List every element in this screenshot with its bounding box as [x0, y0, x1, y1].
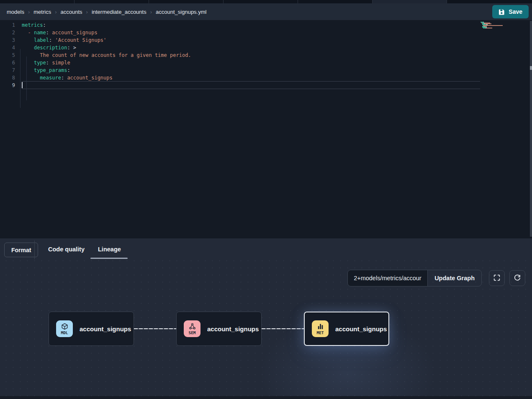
code-text: measure: account_signups [15, 74, 113, 82]
panel-divider [34, 240, 35, 259]
code-text: type: simple [15, 59, 70, 66]
line-number: 7 [0, 66, 15, 74]
met-badge: MET [312, 320, 329, 337]
node-label: account_signups [207, 325, 259, 332]
code-text: description: > [15, 44, 76, 51]
badge-label: SEM [188, 330, 195, 335]
bar-chart-icon [317, 323, 324, 330]
code-text: label: 'Account Signups' [15, 36, 106, 44]
code-line[interactable]: 9 [0, 82, 532, 89]
breadcrumb-separator-icon: › [55, 9, 57, 15]
indent-guide [26, 56, 27, 100]
breadcrumb: models›metrics›accounts›intermediate_acc… [7, 9, 206, 15]
top-tab-segment[interactable] [75, 0, 149, 3]
code-editor[interactable]: 1metrics:2 - name: account_signups3 labe… [0, 20, 532, 238]
code-line[interactable]: 5 The count of new accounts for a given … [0, 51, 532, 59]
network-icon [189, 323, 196, 330]
minimap-line [481, 28, 506, 29]
code-line[interactable]: 6 type: simple [0, 59, 532, 66]
code-line[interactable]: 1metrics: [0, 21, 532, 29]
lineage-edge [134, 328, 177, 329]
lineage-node-met[interactable]: METaccount_signups [304, 312, 389, 346]
node-label: account_signups [335, 325, 387, 332]
top-tab-segment[interactable] [298, 0, 373, 3]
breadcrumb-item[interactable]: models [7, 9, 24, 15]
scrollbar-marker [530, 66, 532, 70]
line-number: 8 [0, 74, 15, 82]
tab-lineage[interactable]: Lineage [98, 238, 121, 260]
breadcrumb-item[interactable]: metrics [33, 9, 51, 15]
code-text [15, 82, 22, 89]
line-number: 9 [0, 82, 15, 89]
lineage-filter-input[interactable] [347, 270, 428, 286]
top-tab-segment[interactable] [447, 0, 532, 3]
expand-icon [493, 274, 501, 283]
lineage-canvas[interactable]: Update Graph MDLacco [0, 260, 532, 396]
code-text: type_params: [15, 66, 70, 74]
breadcrumb-separator-icon: › [86, 9, 88, 15]
line-number: 6 [0, 59, 15, 66]
line-number: 4 [0, 44, 15, 51]
refresh-icon [514, 274, 521, 283]
code-line[interactable]: 3 label: 'Account Signups' [0, 36, 532, 44]
line-number: 3 [0, 36, 15, 44]
tab-code-quality[interactable]: Code quality [48, 238, 85, 260]
top-tab-segment[interactable] [149, 0, 224, 3]
code-lines: 1metrics:2 - name: account_signups3 labe… [0, 21, 532, 89]
scrollbar[interactable] [530, 21, 532, 237]
lineage-node-sem[interactable]: SEMaccount_signups [176, 312, 262, 346]
code-text: metrics: [15, 21, 46, 29]
update-graph-button[interactable]: Update Graph [427, 270, 482, 286]
refresh-button[interactable] [509, 270, 525, 286]
code-text: The count of new accounts for a given ti… [15, 51, 191, 59]
line-number: 2 [0, 29, 15, 36]
minimap[interactable] [481, 22, 506, 29]
mdl-badge: MDL [56, 320, 73, 337]
file-header-bar: models›metrics›accounts›intermediate_acc… [0, 3, 532, 20]
code-line[interactable]: 2 - name: account_signups [0, 29, 532, 36]
breadcrumb-item[interactable]: intermediate_accounts [92, 9, 146, 15]
breadcrumb-item[interactable]: account_signups.yml [156, 9, 206, 15]
breadcrumb-separator-icon: › [28, 9, 30, 15]
breadcrumb-separator-icon: › [150, 9, 152, 15]
line-number: 5 [0, 51, 15, 59]
line-number: 1 [0, 21, 15, 29]
node-label: account_signups [80, 325, 131, 332]
badge-label: MDL [61, 330, 68, 335]
indent-guide [20, 49, 21, 108]
lineage-node-mdl[interactable]: MDLaccount_signups [49, 312, 134, 346]
fullscreen-button[interactable] [489, 270, 505, 286]
format-button[interactable]: Format [4, 243, 38, 257]
save-button[interactable]: Save [492, 5, 529, 18]
floppy-disk-icon [499, 9, 505, 15]
badge-label: MET [316, 330, 324, 335]
code-text: - name: account_signups [15, 29, 98, 36]
bottom-edge-strip [0, 396, 532, 399]
bottom-panel: Format Code qualityLineage Update Graph [0, 238, 532, 399]
code-line[interactable]: 4 description: > [0, 44, 532, 51]
code-line[interactable]: 8 measure: account_signups [0, 74, 532, 82]
lineage-edge [262, 328, 304, 329]
top-tab-segment[interactable] [0, 0, 75, 3]
code-line[interactable]: 7 type_params: [0, 66, 532, 74]
lineage-controls: Update Graph [347, 270, 525, 286]
top-tab-segment[interactable] [224, 0, 298, 3]
panel-tabs: Code qualityLineage [48, 238, 121, 260]
text-cursor [22, 82, 23, 88]
top-tab-segment[interactable] [373, 0, 447, 3]
breadcrumb-item[interactable]: accounts [61, 9, 82, 15]
cube-icon [61, 323, 68, 330]
save-button-label: Save [509, 8, 522, 15]
sem-badge: SEM [184, 320, 200, 337]
top-tab-strip [0, 0, 532, 3]
